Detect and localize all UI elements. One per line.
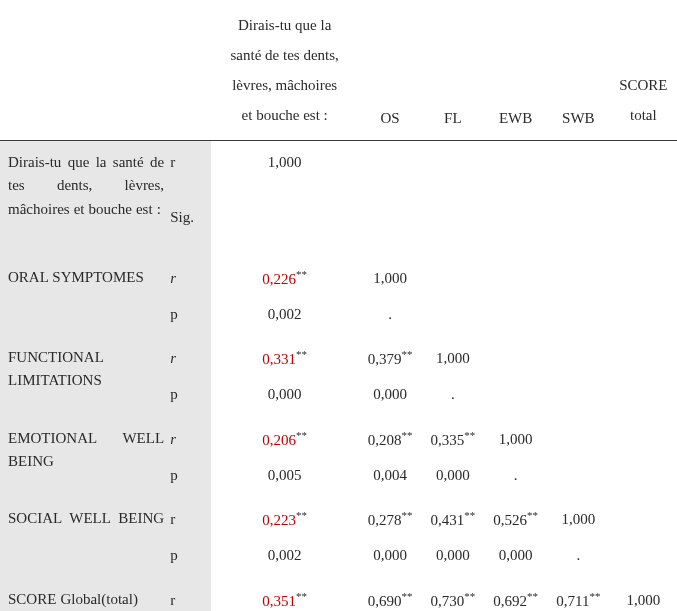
row5-r-c4: 0,526** [484,497,547,538]
header-col1-l2: santé de tes dents, [231,47,339,63]
header-col2: OS [359,0,422,141]
row6-r-c1: 0,351** [211,578,359,612]
row5-stat-p: p [168,538,211,577]
row6-r-c5: 0,711** [547,578,610,612]
row3-label: FUNCTIONAL LIMITATIONS [0,336,168,417]
header-col6-l2: total [630,107,657,123]
row2-label: ORAL SYMPTOMES [0,256,168,337]
row1-stat-sig: Sig. [168,180,211,255]
row3-p-c2: 0,000 [359,377,422,416]
row4-r-c3: 0,335** [421,417,484,458]
row1-stat-r: r [168,141,211,181]
row1-r-c1: 1,000 [211,141,359,181]
table-row: ORAL SYMPTOMES r 0,226** 1,000 [0,256,677,297]
header-row: Dirais-tu que la santé de tes dents, lèv… [0,0,677,141]
row5-p-c3: 0,000 [421,538,484,577]
row4-p-c2: 0,004 [359,458,422,497]
header-col1: Dirais-tu que la santé de tes dents, lèv… [211,0,359,141]
header-blank-rowlabel [0,0,168,141]
header-blank-stat [168,0,211,141]
row2-r-c1: 0,226** [211,256,359,297]
row6-stat-r: r [168,578,211,612]
row6-r-c6: 1,000 [610,578,677,612]
row4-r-c1: 0,206** [211,417,359,458]
row5-r-c3: 0,431** [421,497,484,538]
row6-r-c4: 0,692** [484,578,547,612]
row3-r-c1: 0,331** [211,336,359,377]
header-col1-l4: et bouche est : [242,107,328,123]
row5-r-c5: 1,000 [547,497,610,538]
row3-p-c3: . [421,377,484,416]
row6-label: SCORE Global(total) [0,578,168,612]
row3-stat-p: p [168,377,211,416]
row2-stat-p: p [168,297,211,336]
row5-r-c2: 0,278** [359,497,422,538]
row4-r-c2: 0,208** [359,417,422,458]
row2-p-c1: 0,002 [211,297,359,336]
table-row: EMOTIONAL WELL BEING r 0,206** 0,208** 0… [0,417,677,458]
table-row: SOCIAL WELL BEING r 0,223** 0,278** 0,43… [0,497,677,538]
table-row: Dirais-tu que la santé de tes dents, lèv… [0,141,677,181]
row2-stat-r: r [168,256,211,297]
row6-r-c3: 0,730** [421,578,484,612]
row2-r-c2: 1,000 [359,256,422,297]
row5-p-c2: 0,000 [359,538,422,577]
row4-p-c1: 0,005 [211,458,359,497]
row4-label: EMOTIONAL WELL BEING [0,417,168,498]
row3-stat-r: r [168,336,211,377]
row5-label: SOCIAL WELL BEING [0,497,168,578]
row5-p-c1: 0,002 [211,538,359,577]
header-col4: EWB [484,0,547,141]
row4-p-c4: . [484,458,547,497]
header-col5: SWB [547,0,610,141]
header-col1-l3: lèvres, mâchoires [232,77,337,93]
table-row: FUNCTIONAL LIMITATIONS r 0,331** 0,379**… [0,336,677,377]
row5-p-c5: . [547,538,610,577]
header-col3: FL [421,0,484,141]
header-col6: SCORE total [610,0,677,141]
row2-p-c2: . [359,297,422,336]
row4-p-c3: 0,000 [421,458,484,497]
row4-stat-r: r [168,417,211,458]
correlation-table-page: Dirais-tu que la santé de tes dents, lèv… [0,0,677,611]
header-col1-l1: Dirais-tu que la [238,17,331,33]
row6-r-c2: 0,690** [359,578,422,612]
row3-p-c1: 0,000 [211,377,359,416]
row3-r-c2: 0,379** [359,336,422,377]
row4-stat-p: p [168,458,211,497]
header-col6-l1: SCORE [619,77,667,93]
correlation-table: Dirais-tu que la santé de tes dents, lèv… [0,0,677,611]
row1-label: Dirais-tu que la santé de tes dents, lèv… [0,141,168,256]
row5-r-c1: 0,223** [211,497,359,538]
row3-r-c3: 1,000 [421,336,484,377]
table-row: SCORE Global(total) r 0,351** 0,690** 0,… [0,578,677,612]
row4-r-c4: 1,000 [484,417,547,458]
row5-stat-r: r [168,497,211,538]
row5-p-c4: 0,000 [484,538,547,577]
